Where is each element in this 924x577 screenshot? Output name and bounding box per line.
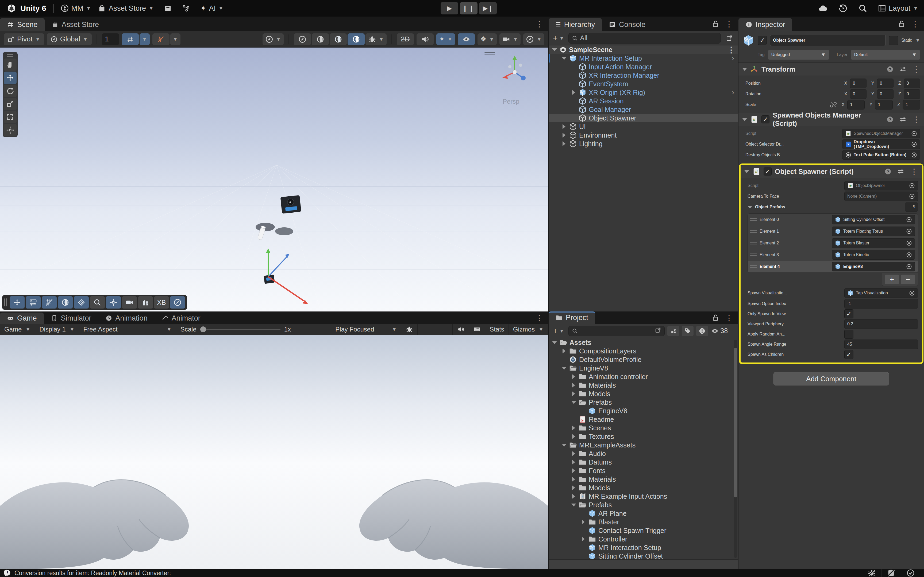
package-manager-button[interactable] [164,4,172,12]
element-row[interactable]: Element 1 Totem Floating Torus [748,226,918,237]
element-object-field[interactable]: Totem Blaster [832,238,915,248]
spawn-as-children-checkbox[interactable]: ✓ [844,350,853,359]
link-off-icon[interactable] [830,101,837,108]
tab-game[interactable]: Game [0,313,44,324]
foldout-icon[interactable] [748,206,752,209]
scrollbar-thumb[interactable] [734,348,737,497]
tab-console[interactable]: Console [602,18,653,31]
element-object-field[interactable]: Totem Kinetic [832,250,915,259]
hierarchy-item[interactable]: XR Interaction Manager [549,71,738,80]
tab-animation[interactable]: Animation [99,313,155,324]
search-icon[interactable] [858,4,867,13]
project-scrollbar[interactable] [733,340,737,558]
history-icon[interactable] [838,4,848,13]
game-panel-menu-icon[interactable]: ⋮ [535,313,543,322]
hierarchy-item-selected[interactable]: Object Spawner [549,114,738,122]
prefab-open-chevron-icon[interactable]: › [732,54,734,63]
project-item[interactable]: MRExampleAssets [549,441,738,449]
rotate-tool-button[interactable] [4,85,16,97]
element-row[interactable]: Element 0 Sitting Cylinder Offset [748,214,918,226]
spawned-objects-manager-header[interactable]: ✓ Spawned Objects Manager (Script) ⋮ [738,113,924,126]
spawn-angle-range-field[interactable]: 45 [844,340,918,349]
hierarchy-panel-menu-icon[interactable]: ⋮ [725,19,733,29]
tab-simulator[interactable]: Simulator [44,313,99,324]
element-row[interactable]: Element 2 Totem Blaster [748,237,918,249]
rotation-x-field[interactable]: 0 [850,89,866,99]
foldout-icon[interactable] [580,536,586,542]
project-item[interactable]: Models [549,390,738,398]
aspect-dropdown[interactable]: Free Aspect▼ [79,324,176,335]
shading-overlay-button[interactable] [58,296,73,308]
tag-dropdown[interactable]: Untagged▼ [768,50,829,60]
static-checkbox[interactable] [889,36,898,45]
gizmo-overlay-button[interactable] [74,296,89,308]
project-item[interactable]: Audio [549,449,738,458]
project-item[interactable]: Contact Spawn Trigger [549,526,738,535]
project-item[interactable]: MR Example Input Actions [549,492,738,501]
presets-icon[interactable] [900,66,906,73]
project-search-input[interactable] [569,326,665,336]
foldout-icon[interactable] [570,451,577,456]
open-search-icon[interactable] [655,327,661,335]
presets-icon[interactable] [900,116,906,123]
element-row[interactable]: Element 3 Totem Kinetic [748,249,918,261]
tab-project[interactable]: Project [549,311,595,324]
message-bubble-icon[interactable] [4,569,11,577]
scale-slider[interactable] [200,329,281,330]
scene-effects-dropdown[interactable]: ✦▼ [436,34,455,45]
overlay-handle[interactable] [485,51,495,55]
grid-toggle-overlay-button[interactable] [42,296,57,308]
project-item[interactable]: EngineV8 [549,364,738,372]
foldout-icon[interactable] [570,459,577,465]
help-icon[interactable] [884,168,892,175]
xb-overlay-button[interactable]: XB [154,296,169,308]
layers-dropdown[interactable]: ❖▼ [478,34,497,45]
foldout-icon[interactable] [742,68,747,71]
project-item[interactable]: EngineV8 [549,406,738,415]
foldout-icon[interactable] [570,425,577,431]
tab-inspector[interactable]: Inspector [738,18,792,31]
viewport-periphery-field[interactable]: 0.2 [844,319,918,329]
mute-audio-toggle[interactable] [452,324,469,335]
script-object-field[interactable]: ObjectSpawner [844,181,918,190]
hierarchy-item[interactable]: Lighting [549,139,738,148]
debug-toggle[interactable] [401,324,418,335]
pivot-mode-dropdown[interactable]: Pivot▼ [4,34,44,45]
transform-header[interactable]: Transform ⋮ [738,63,924,76]
position-z-field[interactable]: 0 [904,79,920,88]
project-item[interactable]: Datums [549,458,738,466]
overlay-drag-handle[interactable] [4,298,7,306]
shading-shaded-wire-button[interactable] [312,34,329,45]
hierarchy-item[interactable]: EventSystem [549,80,738,88]
debug-draw-mode-dropdown[interactable]: ▼ [365,34,387,45]
object-picker-icon[interactable] [906,216,912,223]
status-message[interactable]: Conversion results for item: Readonly Ma… [15,569,171,577]
layer-dropdown[interactable]: Default▼ [851,50,920,60]
foldout-icon[interactable] [570,374,577,380]
lock-icon[interactable] [712,20,719,27]
element-row-selected[interactable]: Element 4 EngineV8 [748,261,918,272]
project-item[interactable]: Animation controller [549,372,738,381]
scene-panel-menu-icon[interactable]: ⋮ [535,19,543,29]
scene-viewport[interactable]: Persp XB [0,48,548,311]
object-picker-icon[interactable] [906,240,912,246]
asset-store-menu[interactable]: Asset Store▼ [98,4,153,13]
project-item[interactable]: AR Plane [549,509,738,518]
lock-icon[interactable] [898,20,905,27]
foldout-icon[interactable] [580,519,586,525]
help-icon[interactable] [887,66,893,73]
object-picker-icon[interactable] [906,251,912,258]
layout-menu[interactable]: Layout▼ [878,4,918,13]
foldout-icon[interactable] [561,348,567,354]
apply-random-checkbox[interactable] [844,330,853,339]
search-by-type-button[interactable] [667,326,679,336]
gizmos-dropdown[interactable]: ▼ [523,34,544,45]
play-button[interactable]: ▶ [441,2,458,15]
step-button[interactable]: ▶❙ [479,2,497,15]
play-focused-dropdown[interactable]: Play Focused▼ [331,324,401,335]
lock-icon[interactable] [712,314,719,321]
object-picker-icon[interactable] [911,152,917,158]
project-item[interactable]: Fonts [549,466,738,475]
foldout-icon[interactable] [742,118,747,121]
foldout-icon[interactable] [551,340,557,345]
